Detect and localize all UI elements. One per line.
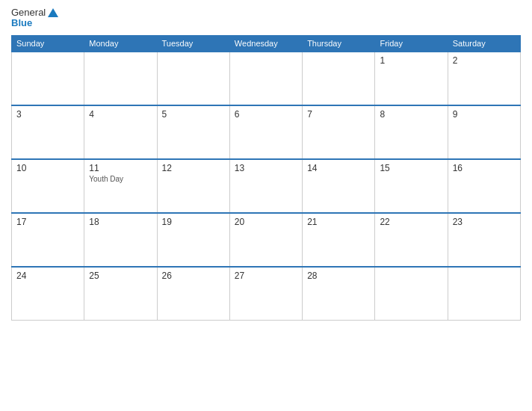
day-number: 5 <box>162 109 225 120</box>
day-number: 1 <box>380 55 442 66</box>
calendar-day-cell <box>84 52 157 105</box>
day-number: 12 <box>162 163 225 173</box>
day-number: 27 <box>235 271 297 281</box>
day-number: 23 <box>453 217 516 227</box>
calendar-day-cell: 10 <box>12 159 84 213</box>
calendar-day-cell <box>448 267 520 321</box>
calendar-day-cell: 3 <box>12 105 84 159</box>
day-of-week-header: Thursday <box>303 35 375 52</box>
calendar-day-cell: 24 <box>12 267 84 321</box>
day-number: 26 <box>162 271 225 281</box>
day-of-week-header: Tuesday <box>157 35 229 52</box>
calendar-day-cell: 27 <box>229 267 302 321</box>
calendar-day-cell: 25 <box>84 267 157 321</box>
calendar-day-cell <box>12 52 84 105</box>
calendar-day-cell: 8 <box>375 105 448 159</box>
day-number: 15 <box>380 163 442 173</box>
day-of-week-header: Monday <box>84 35 157 52</box>
logo: GeneralBlue <box>11 7 58 29</box>
calendar-week-row: 1011Youth Day1213141516 <box>12 159 521 213</box>
calendar-day-cell: 2 <box>448 52 520 105</box>
calendar-day-cell: 14 <box>303 159 375 213</box>
day-number: 10 <box>16 163 79 173</box>
calendar-day-cell: 12 <box>157 159 229 213</box>
day-of-week-header: Friday <box>375 35 448 52</box>
calendar-day-cell: 15 <box>375 159 448 213</box>
calendar-day-cell: 22 <box>375 213 448 267</box>
calendar-table: SundayMondayTuesdayWednesdayThursdayFrid… <box>11 35 521 321</box>
day-number: 28 <box>307 271 370 281</box>
day-number: 20 <box>235 217 297 227</box>
day-number: 8 <box>380 109 442 120</box>
day-of-week-header: Sunday <box>12 35 84 52</box>
calendar-day-cell: 20 <box>229 213 302 267</box>
calendar-day-cell <box>229 52 302 105</box>
day-number: 17 <box>16 217 79 227</box>
day-number: 22 <box>380 217 442 227</box>
day-number: 19 <box>162 217 225 227</box>
calendar-day-cell: 28 <box>303 267 375 321</box>
calendar-day-cell: 13 <box>229 159 302 213</box>
holiday-label: Youth Day <box>89 175 152 183</box>
day-number: 14 <box>307 163 370 173</box>
day-number: 6 <box>235 109 297 120</box>
calendar-day-cell: 21 <box>303 213 375 267</box>
calendar-week-row: 2425262728 <box>12 267 521 321</box>
calendar-page: GeneralBlue SundayMondayTuesdayWednesday… <box>0 0 532 411</box>
calendar-day-cell: 23 <box>448 213 520 267</box>
calendar-day-cell: 9 <box>448 105 520 159</box>
day-number: 21 <box>307 217 370 227</box>
calendar-day-cell <box>375 267 448 321</box>
day-number: 4 <box>89 109 152 120</box>
calendar-week-row: 12 <box>12 52 521 105</box>
day-number: 25 <box>89 271 152 281</box>
calendar-day-cell: 18 <box>84 213 157 267</box>
calendar-day-cell: 6 <box>229 105 302 159</box>
day-number: 7 <box>307 109 370 120</box>
day-of-week-header: Saturday <box>448 35 520 52</box>
day-of-week-header: Wednesday <box>229 35 302 52</box>
calendar-week-row: 3456789 <box>12 105 521 159</box>
day-number: 3 <box>16 109 79 120</box>
logo-triangle-icon <box>48 8 58 17</box>
calendar-day-cell: 5 <box>157 105 229 159</box>
logo-general-text: General <box>11 7 46 18</box>
day-number: 2 <box>453 55 516 66</box>
calendar-day-cell: 17 <box>12 213 84 267</box>
calendar-day-cell: 26 <box>157 267 229 321</box>
calendar-day-cell: 16 <box>448 159 520 213</box>
day-number: 13 <box>235 163 297 173</box>
day-number: 11 <box>89 163 152 173</box>
calendar-header-row: SundayMondayTuesdayWednesdayThursdayFrid… <box>12 35 521 52</box>
header: GeneralBlue <box>11 7 521 29</box>
calendar-day-cell: 11Youth Day <box>84 159 157 213</box>
day-number: 24 <box>16 271 79 281</box>
calendar-day-cell: 1 <box>375 52 448 105</box>
logo-blue-text: Blue <box>11 18 32 28</box>
calendar-day-cell: 7 <box>303 105 375 159</box>
calendar-day-cell <box>303 52 375 105</box>
day-number: 9 <box>453 109 516 120</box>
calendar-day-cell <box>157 52 229 105</box>
day-number: 18 <box>89 217 152 227</box>
calendar-day-cell: 4 <box>84 105 157 159</box>
day-number: 16 <box>453 163 516 173</box>
calendar-week-row: 17181920212223 <box>12 213 521 267</box>
calendar-day-cell: 19 <box>157 213 229 267</box>
